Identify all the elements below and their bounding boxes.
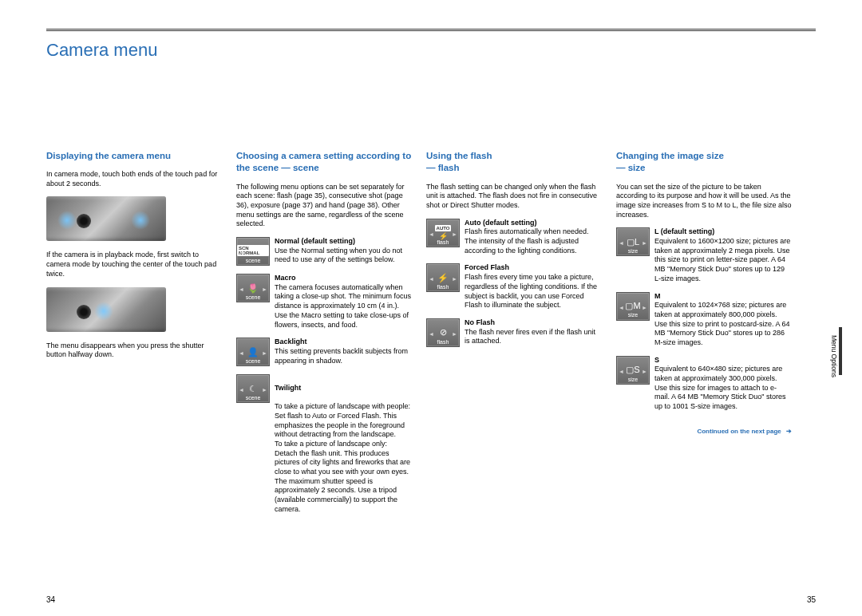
heading-displaying: Displaying the camera menu xyxy=(46,150,222,163)
content-columns: Displaying the camera menu In camera mod… xyxy=(46,150,816,523)
flash-icon-forced: ◄► ⚡ flash xyxy=(426,263,460,292)
col1-p2: If the camera is in playback mode, first… xyxy=(46,251,222,278)
heading-scene: Choosing a camera setting according to t… xyxy=(236,150,412,175)
flash-text-noflash: No Flash The flash never fires even if t… xyxy=(465,318,602,346)
heading-flash: Using the flash — flash xyxy=(426,150,602,175)
scene-option-normal: ◄► SCN NORMAL scene Normal (default sett… xyxy=(236,237,412,266)
size-option-l: ◄► ▢L size L (default setting) Equivalen… xyxy=(616,227,792,283)
top-rule xyxy=(46,29,816,31)
col-flash: Using the flash — flash The flash settin… xyxy=(426,150,602,523)
size-text-m: M Equivalent to 1024×768 size; pictures … xyxy=(654,292,792,348)
size-option-m: ◄► ▢M size M Equivalent to 1024×768 size… xyxy=(616,292,792,348)
flash-text-forced: Forced Flash Flash fires every time you … xyxy=(465,263,602,310)
col-scene: Choosing a camera setting according to t… xyxy=(236,150,412,523)
scene-icon-twilight: ◄► ☾ scene xyxy=(236,374,270,403)
manual-page-spread: Camera menu Displaying the camera menu I… xyxy=(0,0,862,616)
flash-option-noflash: ◄► ⊘ flash No Flash The flash never fire… xyxy=(426,318,602,347)
size-text-l: L (default setting) Equivalent to 1600×1… xyxy=(654,227,792,283)
continued-text: Continued on the next page ➔ xyxy=(616,428,792,436)
col1-p3: The menu disappears when you press the s… xyxy=(46,342,222,360)
size-option-s: ◄► ▢S size S Equivalent to 640×480 size;… xyxy=(616,356,792,412)
scene-option-twilight: ◄► ☾ scene Twilight To take a picture of… xyxy=(236,374,412,514)
size-icon-s: ◄► ▢S size xyxy=(616,356,650,385)
flash-icon-auto: ◄► AUTO ⚡ flash xyxy=(426,219,460,247)
col3-intro: The flash setting can be changed only wh… xyxy=(426,183,602,211)
scene-icon-normal: ◄► SCN NORMAL scene xyxy=(236,237,270,266)
scene-icon-backlight: ◄► 👤 scene xyxy=(236,338,270,366)
flash-icon-noflash: ◄► ⊘ flash xyxy=(426,318,460,347)
col-displaying-menu: Displaying the camera menu In camera mod… xyxy=(46,150,222,523)
flash-text-auto: Auto (default setting) Flash fires autom… xyxy=(465,219,602,256)
camera-illustration-2 xyxy=(46,287,166,332)
page-number-right: 35 xyxy=(807,594,816,605)
camera-illustration-1 xyxy=(46,196,166,241)
col4-intro: You can set the size of the picture to b… xyxy=(616,183,792,220)
size-icon-l: ◄► ▢L size xyxy=(616,227,650,256)
scene-text-macro: Macro The camera focuses automatically w… xyxy=(275,274,412,330)
scene-text-twilight: Twilight To take a picture of landscape … xyxy=(275,374,412,514)
scene-icon-macro: ◄► 🌷 scene xyxy=(236,274,270,302)
col1-p1: In camera mode, touch both ends of the t… xyxy=(46,170,222,188)
scene-text-normal: Normal (default setting) Use the Normal … xyxy=(275,237,412,265)
size-icon-m: ◄► ▢M size xyxy=(616,292,650,321)
size-text-s: S Equivalent to 640×480 size; pictures a… xyxy=(654,356,792,412)
side-label-menu-options: Menu Options xyxy=(829,335,838,377)
scene-option-macro: ◄► 🌷 scene Macro The camera focuses auto… xyxy=(236,274,412,330)
scene-text-backlight: Backlight This setting prevents backlit … xyxy=(275,338,412,365)
side-tab-marker xyxy=(839,327,842,375)
flash-option-forced: ◄► ⚡ flash Forced Flash Flash fires ever… xyxy=(426,263,602,310)
scene-option-backlight: ◄► 👤 scene Backlight This setting preven… xyxy=(236,338,412,366)
col2-intro: The following menu options can be set se… xyxy=(236,183,412,229)
arrow-right-icon: ➔ xyxy=(786,428,792,436)
col-size: Changing the image size — size You can s… xyxy=(616,150,792,523)
flash-option-auto: ◄► AUTO ⚡ flash Auto (default setting) F… xyxy=(426,219,602,256)
page-title: Camera menu xyxy=(46,39,816,62)
page-number-left: 34 xyxy=(46,594,55,605)
heading-size: Changing the image size — size xyxy=(616,150,792,175)
